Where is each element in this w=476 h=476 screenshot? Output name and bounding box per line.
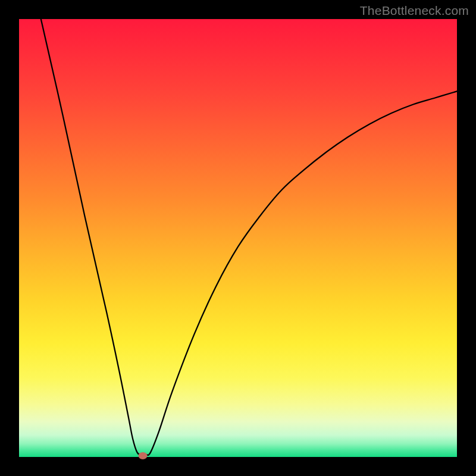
optimum-marker [139,452,148,459]
chart-frame: TheBottleneck.com [0,0,476,476]
watermark-text: TheBottleneck.com [360,4,469,18]
plot-area [19,19,457,457]
bottleneck-curve [19,19,457,457]
